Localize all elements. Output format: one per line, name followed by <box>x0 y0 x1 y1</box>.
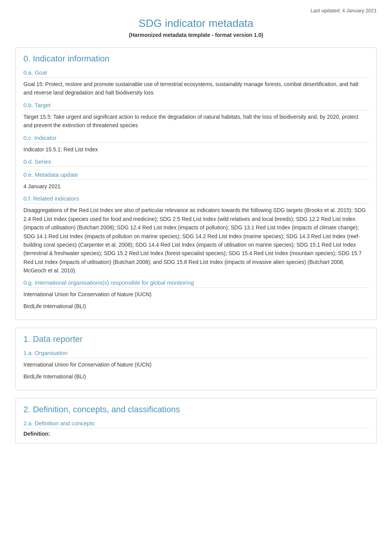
subsection-0a-heading: 0.a. Goal <box>23 69 369 78</box>
subsection-1a-line-1: International Union for Conservation of … <box>23 360 369 369</box>
section-0: 0. Indicator information 0.a. Goal Goal … <box>15 47 377 320</box>
subsection-0c-heading: 0.c. Indicator <box>23 134 369 143</box>
subsection-1a-heading: 1.a. Organisation <box>23 350 369 358</box>
subsection-0b-heading: 0.b. Target <box>23 102 369 110</box>
subsection-0g-heading: 0.g. International organisations(s) resp… <box>23 279 369 288</box>
subsection-0b-content: Target 15.5: Take urgent and significant… <box>23 113 369 130</box>
page-subtitle: (Harmonized metadata template - format v… <box>15 32 377 38</box>
subsection-0e-content: 4 January 2021 <box>23 182 369 191</box>
subsection-0g-line-2: BirdLife International (BLI) <box>23 302 369 310</box>
subsection-0c-content: Indicator 15.5.1: Red List Index <box>23 145 369 154</box>
subsection-0f-content: Disaggregations of the Red List Index ar… <box>23 206 369 275</box>
section-1-heading: 1. Data reporter <box>23 334 369 344</box>
subsection-0g-line-1: International Union for Conservation of … <box>23 290 369 299</box>
subsection-0d-heading: 0.d. Series <box>23 158 369 167</box>
section-0-heading: 0. Indicator information <box>23 54 369 64</box>
subsection-0f-heading: 0.f. Related indicators <box>23 195 369 204</box>
subsection-2a-bold-label: Definition: <box>23 431 369 437</box>
section-1: 1. Data reporter 1.a. Organisation Inter… <box>15 328 377 390</box>
subsection-0a-content: Goal 15: Protect, restore and promote su… <box>23 80 369 97</box>
section-2: 2. Definition, concepts, and classificat… <box>15 398 377 443</box>
last-updated: Last updated: 4 January 2021 <box>15 8 377 13</box>
section-2-heading: 2. Definition, concepts, and classificat… <box>23 405 369 415</box>
subsection-2a-heading: 2.a. Definition and concepts <box>23 420 369 428</box>
subsection-1a-line-2: BirdLife International (BLI) <box>23 372 369 381</box>
subsection-0e-heading: 0.e. Metadata update <box>23 171 369 180</box>
page-title: SDG indicator metadata <box>15 17 377 30</box>
